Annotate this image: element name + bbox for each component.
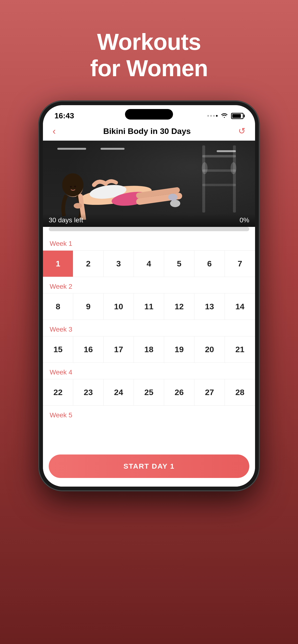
progress-wrapper xyxy=(43,227,255,234)
svg-rect-4 xyxy=(202,184,236,186)
day-cell[interactable]: 21 xyxy=(225,336,255,363)
svg-point-11 xyxy=(62,173,83,196)
phone-outer: 16:43 xyxy=(39,101,259,491)
nav-bar: ‹ Bikini Body in 30 Days ↺ xyxy=(43,122,255,141)
day-cell[interactable]: 17 xyxy=(104,336,134,363)
day-cell[interactable]: 18 xyxy=(134,336,164,363)
day-cell[interactable]: 20 xyxy=(194,336,225,363)
week-grid-1: 1234567 xyxy=(43,250,255,277)
day-cell[interactable]: 28 xyxy=(225,379,255,406)
signal-dots-icon xyxy=(207,115,218,117)
back-button[interactable]: ‹ xyxy=(53,126,56,136)
wifi-icon xyxy=(221,112,228,120)
day-cell[interactable]: 8 xyxy=(43,294,73,320)
week-section-2: Week 2891011121314 xyxy=(43,277,255,320)
status-icons xyxy=(207,112,244,120)
day-cell[interactable]: 3 xyxy=(104,250,134,277)
phone-wrapper: 16:43 xyxy=(39,101,259,491)
svg-point-13 xyxy=(74,186,76,188)
day-cell[interactable]: 13 xyxy=(194,294,225,320)
week-grid-2: 891011121314 xyxy=(43,293,255,320)
day-cell[interactable]: 6 xyxy=(194,250,225,277)
svg-rect-2 xyxy=(202,155,236,158)
week-label-2: Week 2 xyxy=(43,277,255,293)
start-day-button[interactable]: START DAY 1 xyxy=(49,454,249,478)
day-cell[interactable]: 16 xyxy=(73,336,103,363)
week-grid-4: 22232425262728 xyxy=(43,379,255,406)
day-cell[interactable]: 12 xyxy=(164,294,194,320)
hero-image: 30 days left 0% xyxy=(43,141,255,227)
day-cell[interactable]: 10 xyxy=(104,294,134,320)
week-label-1: Week 1 xyxy=(43,234,255,250)
content-area: Week 11234567Week 2891011121314Week 3151… xyxy=(43,234,255,451)
week-section-3: Week 315161718192021 xyxy=(43,320,255,363)
day-cell[interactable]: 9 xyxy=(73,294,103,320)
svg-point-19 xyxy=(168,194,178,200)
day-cell[interactable]: 7 xyxy=(225,250,255,277)
day-cell[interactable]: 23 xyxy=(73,379,103,406)
progress-bar-container xyxy=(49,227,249,231)
week-section-4: Week 422232425262728 xyxy=(43,363,255,406)
day-cell[interactable]: 25 xyxy=(134,379,164,406)
status-time: 16:43 xyxy=(54,112,74,120)
day-cell[interactable]: 11 xyxy=(134,294,164,320)
week-label-5: Week 5 xyxy=(43,406,255,422)
day-cell[interactable]: 27 xyxy=(194,379,225,406)
day-cell[interactable]: 19 xyxy=(164,336,194,363)
day-cell[interactable]: 22 xyxy=(43,379,73,406)
hero-overlay: 30 days left 0% xyxy=(43,214,255,227)
day-cell[interactable]: 2 xyxy=(73,250,103,277)
svg-point-12 xyxy=(70,186,72,188)
week-label-3: Week 3 xyxy=(43,320,255,336)
status-bar: 16:43 xyxy=(43,105,255,122)
svg-point-17 xyxy=(170,200,180,207)
svg-point-15 xyxy=(74,203,82,208)
woman-figure xyxy=(48,148,182,220)
day-cell[interactable]: 24 xyxy=(104,379,134,406)
day-cell[interactable]: 1 xyxy=(43,250,73,277)
nav-title: Bikini Body in 30 Days xyxy=(103,126,191,136)
week-label-4: Week 4 xyxy=(43,363,255,379)
share-button[interactable]: ↺ xyxy=(238,126,245,136)
day-cell[interactable]: 4 xyxy=(134,250,164,277)
battery-icon xyxy=(231,113,244,119)
svg-point-6 xyxy=(231,162,236,174)
gym-rack-icon xyxy=(198,146,241,212)
day-cell[interactable]: 15 xyxy=(43,336,73,363)
dynamic-island xyxy=(125,109,173,120)
week-section-1: Week 11234567 xyxy=(43,234,255,277)
week-grid-3: 15161718192021 xyxy=(43,336,255,363)
day-cell[interactable]: 26 xyxy=(164,379,194,406)
start-button-container: START DAY 1 xyxy=(43,451,255,486)
svg-point-5 xyxy=(202,162,208,174)
percent-text: 0% xyxy=(240,216,249,224)
day-cell[interactable]: 14 xyxy=(225,294,255,320)
phone-inner: 16:43 xyxy=(43,105,255,486)
page-title: Workouts for Women xyxy=(90,29,208,82)
week-section-5: Week 5 xyxy=(43,406,255,422)
day-cell[interactable]: 5 xyxy=(164,250,194,277)
days-left-text: 30 days left xyxy=(49,216,83,224)
